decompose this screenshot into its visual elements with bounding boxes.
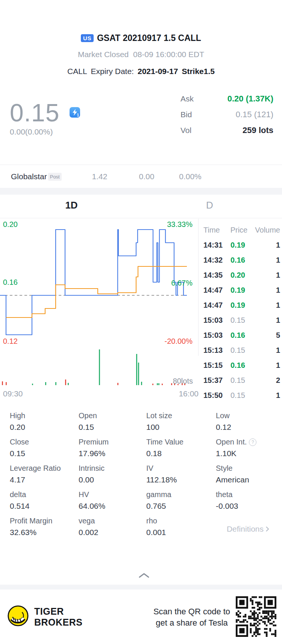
price-change: 0.00(0.00%) <box>10 127 53 136</box>
promo-line2: get a share of Tesla <box>150 617 234 629</box>
underlying-price: 1.42 <box>88 172 111 181</box>
stat-label: Time Value <box>146 438 216 446</box>
volume-axis-label: 80lots <box>148 377 193 385</box>
chevron-right-icon <box>265 526 270 532</box>
quote-row-label: Vol <box>180 126 191 135</box>
stat-value: 0.20 <box>10 423 79 432</box>
quote-row: Vol259 lots <box>180 125 273 141</box>
trade-price: 0.19 <box>230 301 255 310</box>
trade-time: 15:13 <box>203 346 230 355</box>
quote-side-rows: Ask0.20 (1.37K)Bid0.15 (121)Vol259 lots <box>180 94 273 141</box>
col-volume: Volume <box>255 226 280 234</box>
tab-daily[interactable]: D <box>206 200 213 211</box>
definitions-label: Definitions <box>227 525 264 534</box>
status-timestamp: 08-09 16:00:00 EDT <box>133 50 204 59</box>
stat-label: Lot size <box>146 411 216 420</box>
last-price: 0.15 <box>10 98 59 127</box>
trades-header-row: Time Price Volume <box>203 222 280 237</box>
trade-row: 15:370.152 <box>203 373 280 388</box>
quote-row-value: 0.15 (121) <box>236 110 273 119</box>
stat-cell: delta0.514 <box>10 490 79 517</box>
strike-value: Strike1.5 <box>182 67 215 76</box>
trade-volume: 1 <box>255 271 280 280</box>
collapse-panel-button[interactable] <box>133 570 155 581</box>
stat-value: 1.10K <box>216 449 273 458</box>
quote-row: Bid0.15 (121) <box>180 110 273 125</box>
stat-label: Close <box>10 438 79 446</box>
stat-value: 17.96% <box>79 449 146 458</box>
stat-value: 100 <box>146 423 216 432</box>
stat-label: gamma <box>146 490 216 499</box>
quote-row-value: 259 lots <box>243 125 273 135</box>
quote-row-value: 0.20 (1.37K) <box>227 94 273 104</box>
trade-row: 14:320.161 <box>203 252 280 268</box>
trade-price: 0.15 <box>230 391 255 400</box>
qr-promo-text: Scan the QR code to get a share of Tesla <box>150 606 234 629</box>
trade-price: 0.16 <box>230 361 255 370</box>
stat-value: 0.12 <box>216 423 273 432</box>
stat-label: Intrinsic <box>79 464 146 473</box>
brand-name: TIGER BROKERS <box>34 606 83 628</box>
header-title-row: US GSAT 20210917 1.5 CALL <box>0 33 282 43</box>
stat-cell: Time Value0.18 <box>146 438 216 464</box>
xaxis-open-time: 09:30 <box>3 389 23 398</box>
brand-line2: BROKERS <box>34 617 83 628</box>
stat-cell: High0.20 <box>10 411 79 438</box>
stat-label: IV <box>146 464 216 473</box>
footer-divider <box>0 585 282 590</box>
definitions-link[interactable]: Definitions <box>169 525 270 534</box>
flash-order-badge[interactable]: 1 <box>70 107 80 118</box>
stat-value: 64.06% <box>79 502 146 511</box>
trade-time: 14:32 <box>203 256 230 265</box>
pct-low-label: -20.00% <box>147 337 193 346</box>
trade-price: 0.19 <box>230 286 255 295</box>
stat-cell: Premium17.96% <box>79 438 146 464</box>
trade-volume: 1 <box>255 301 280 310</box>
page-title: GSAT 20210917 1.5 CALL <box>97 33 201 43</box>
trade-time: 14:35 <box>203 271 230 280</box>
yaxis-low-label: 0.12 <box>3 337 18 346</box>
underlying-stock-row[interactable]: Globalstar Post 1.42 0.00 0.00% <box>0 165 282 188</box>
trade-volume: 2 <box>255 376 280 385</box>
trade-row: 15:030.151 <box>203 313 280 328</box>
yaxis-high-label: 0.20 <box>3 220 18 229</box>
chart-table-divider <box>198 219 199 356</box>
stat-label: Style <box>216 464 273 473</box>
post-session-badge: Post <box>48 173 62 181</box>
trade-row: 14:350.201 <box>203 268 280 283</box>
contract-type: CALL <box>67 67 87 76</box>
underlying-change-pct: 0.00% <box>176 172 205 181</box>
trade-time: 15:03 <box>203 331 230 340</box>
tab-1d[interactable]: 1D <box>45 200 98 211</box>
stat-label: delta <box>10 490 79 499</box>
stat-value: 0.514 <box>10 502 79 511</box>
trade-row: 15:130.151 <box>203 343 280 358</box>
stat-cell: Intrinsic0.00 <box>79 464 146 490</box>
trade-volume: 1 <box>255 361 280 370</box>
trade-price: 0.19 <box>230 241 255 249</box>
trade-price: 0.15 <box>230 346 255 355</box>
stat-cell: Profit Margin32.63% <box>10 517 79 543</box>
stat-cell: Leverage Ratio4.17 <box>10 464 79 490</box>
stat-value: 0.18 <box>146 449 216 458</box>
stat-value: 112.18% <box>146 475 216 484</box>
stat-cell: HV64.06% <box>79 490 146 517</box>
stat-value: 0.765 <box>146 502 216 511</box>
trades-body: 14:310.19114:320.16114:350.20114:470.191… <box>203 237 280 403</box>
stat-label: HV <box>79 490 146 499</box>
quote-row-label: Ask <box>180 94 194 103</box>
trade-row: 14:470.191 <box>203 298 280 313</box>
trade-row: 14:310.191 <box>203 237 280 252</box>
stat-label: rho <box>146 517 216 525</box>
flash-badge-count: 1 <box>77 113 79 117</box>
stat-label: vega <box>79 517 146 525</box>
stat-value: American <box>216 475 273 484</box>
intraday-chart-canvas[interactable] <box>0 218 198 387</box>
help-icon[interactable]: ? <box>249 438 256 446</box>
underlying-change: 0.00 <box>135 172 158 181</box>
stat-label: Open <box>79 411 146 420</box>
trade-row: 15:150.161 <box>203 358 280 373</box>
stat-cell: StyleAmerican <box>216 464 273 490</box>
quote-row: Ask0.20 (1.37K) <box>180 94 273 110</box>
stat-cell: Open Int.?1.10K <box>216 438 273 464</box>
